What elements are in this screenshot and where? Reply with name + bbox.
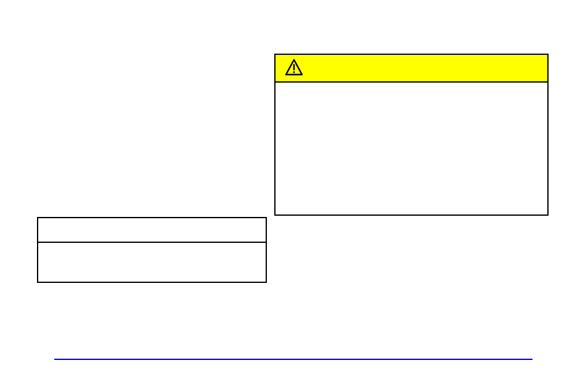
- warning-body: [276, 83, 547, 214]
- table-row: [38, 243, 266, 282]
- warning-header: [276, 55, 547, 83]
- horizontal-divider: [54, 359, 533, 360]
- two-row-table: [37, 217, 267, 283]
- warning-triangle-icon: [285, 59, 303, 78]
- table-row: [38, 218, 266, 243]
- svg-point-1: [293, 71, 295, 73]
- warning-panel: [274, 54, 549, 216]
